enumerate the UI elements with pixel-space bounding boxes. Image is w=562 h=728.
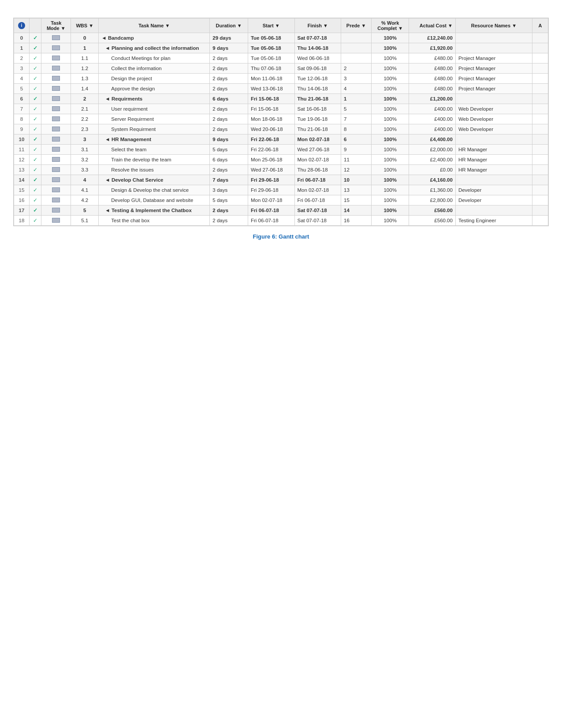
row-num: 6	[14, 94, 30, 104]
col-header-taskmode[interactable]: TaskMode ▼	[41, 19, 71, 33]
row-start: Mon 02-07-18	[248, 195, 294, 205]
row-pred: 1	[341, 94, 372, 104]
info-icon: i	[18, 22, 25, 29]
row-resource	[455, 33, 532, 43]
col-header-pct[interactable]: % WorkComplet ▼	[372, 19, 409, 33]
row-start: Wed 13-06-18	[248, 84, 294, 94]
row-taskname: ◄ Planning and collect the information	[99, 43, 210, 53]
col-header-wbs[interactable]: WBS ▼	[71, 19, 99, 33]
row-pct: 100%	[372, 175, 409, 185]
row-finish: Wed 06-06-18	[294, 53, 341, 63]
row-taskname: Approve the design	[99, 84, 210, 94]
row-taskname: ◄ Develop Chat Service	[99, 175, 210, 185]
row-duration: 2 days	[210, 216, 248, 226]
row-extra	[532, 175, 548, 185]
row-resource: Project Manager	[455, 63, 532, 74]
row-resource: HR Manager	[455, 155, 532, 165]
task-mode-icon	[52, 218, 60, 223]
row-extra	[532, 84, 548, 94]
row-duration: 5 days	[210, 145, 248, 155]
row-num: 13	[14, 165, 30, 175]
row-extra	[532, 155, 548, 165]
col-header-resource[interactable]: Resource Names ▼	[455, 19, 532, 33]
row-taskname: Design & Develop the chat service	[99, 185, 210, 195]
checkmark-icon: ✓	[33, 187, 37, 193]
row-start: Fri 15-06-18	[248, 104, 294, 114]
col-header-duration[interactable]: Duration ▼	[210, 19, 248, 33]
row-wbs: 3.1	[71, 145, 99, 155]
row-wbs: 4	[71, 175, 99, 185]
row-finish: Thu 28-06-18	[294, 165, 341, 175]
row-check: ✓	[29, 94, 41, 104]
row-pred: 3	[341, 74, 372, 84]
checkmark-icon: ✓	[33, 45, 37, 51]
row-pct: 100%	[372, 165, 409, 175]
row-finish: Mon 02-07-18	[294, 155, 341, 165]
task-mode-icon	[52, 66, 60, 71]
row-taskname: ◄ Testing & Implement the Chatbox	[99, 205, 210, 216]
row-task-mode	[41, 134, 71, 145]
row-wbs: 2	[71, 94, 99, 104]
row-extra	[532, 195, 548, 205]
row-task-mode	[41, 53, 71, 63]
task-mode-icon	[52, 96, 60, 101]
row-pct: 100%	[372, 63, 409, 74]
row-start: Mon 11-06-18	[248, 74, 294, 84]
row-cost: £560.00	[409, 216, 456, 226]
task-mode-icon	[52, 45, 60, 50]
row-check: ✓	[29, 114, 41, 124]
table-row: 14✓4◄ Develop Chat Service7 daysFri 29-0…	[14, 175, 548, 185]
row-finish: Tue 12-06-18	[294, 74, 341, 84]
row-extra	[532, 74, 548, 84]
row-wbs: 3	[71, 134, 99, 145]
row-resource: Web Developer	[455, 104, 532, 114]
row-duration: 29 days	[210, 33, 248, 43]
checkmark-icon: ✓	[33, 65, 37, 71]
row-taskname: Develop GUI, Database and website	[99, 195, 210, 205]
row-taskname: System Requirment	[99, 124, 210, 134]
checkmark-icon: ✓	[33, 177, 37, 183]
row-duration: 2 days	[210, 165, 248, 175]
row-pred	[341, 43, 372, 53]
row-start: Tue 05-06-18	[248, 33, 294, 43]
row-extra	[532, 165, 548, 175]
row-cost: £1,920.00	[409, 43, 456, 53]
checkmark-icon: ✓	[33, 157, 37, 163]
col-header-finish[interactable]: Finish ▼	[294, 19, 341, 33]
col-header-extra[interactable]: A	[532, 19, 548, 33]
row-pred: 2	[341, 63, 372, 74]
col-header-cost[interactable]: Actual Cost ▼	[409, 19, 456, 33]
row-check: ✓	[29, 195, 41, 205]
row-wbs: 5	[71, 205, 99, 216]
row-pct: 100%	[372, 94, 409, 104]
row-duration: 9 days	[210, 43, 248, 53]
row-pct: 100%	[372, 145, 409, 155]
col-header-taskname[interactable]: Task Name ▼	[99, 19, 210, 33]
row-wbs: 1.3	[71, 74, 99, 84]
row-taskname: Server Requirment	[99, 114, 210, 124]
row-finish: Sat 09-06-18	[294, 63, 341, 74]
row-duration: 2 days	[210, 124, 248, 134]
row-finish: Sat 07-07-18	[294, 216, 341, 226]
row-start: Fri 06-07-18	[248, 216, 294, 226]
row-num: 1	[14, 43, 30, 53]
row-start: Mon 18-06-18	[248, 114, 294, 124]
row-duration: 7 days	[210, 175, 248, 185]
table-row: 2✓1.1Conduct Meetings for plan2 daysTue …	[14, 53, 548, 63]
row-num: 16	[14, 195, 30, 205]
row-check: ✓	[29, 216, 41, 226]
row-duration: 2 days	[210, 84, 248, 94]
col-header-pred[interactable]: Prede ▼	[341, 19, 372, 33]
row-duration: 6 days	[210, 155, 248, 165]
row-extra	[532, 53, 548, 63]
task-mode-icon	[52, 56, 60, 60]
row-pct: 100%	[372, 84, 409, 94]
col-header-start[interactable]: Start ▼	[248, 19, 294, 33]
row-task-mode	[41, 124, 71, 134]
task-mode-icon	[52, 147, 60, 152]
row-wbs: 2.3	[71, 124, 99, 134]
row-start: Fri 15-06-18	[248, 94, 294, 104]
row-task-mode	[41, 155, 71, 165]
row-pct: 100%	[372, 43, 409, 53]
checkmark-icon: ✓	[33, 75, 37, 82]
